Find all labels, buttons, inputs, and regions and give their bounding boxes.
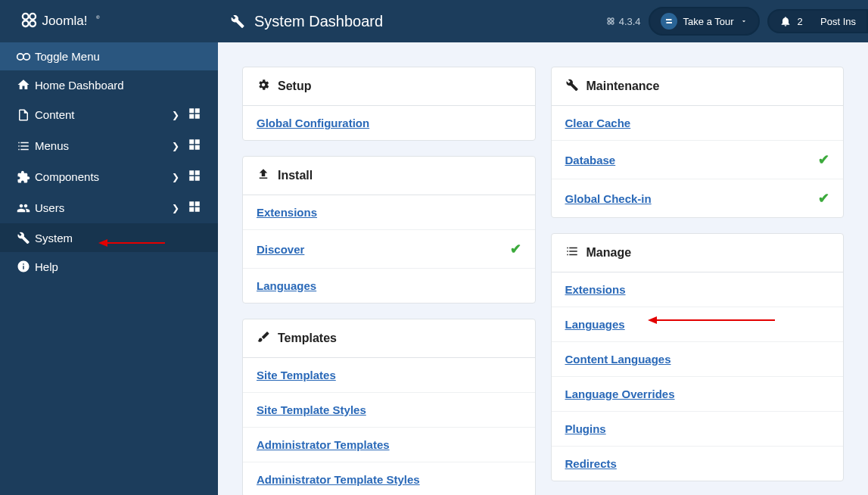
svg-point-9 [611,22,614,24]
topbar: Joomla! ® System Dashboard 4.3.4 Take a … [0,0,868,42]
notif-count: 2 [798,16,803,27]
take-tour-label: Take a Tour [683,16,734,27]
svg-point-7 [611,18,614,21]
svg-point-0 [23,14,29,20]
map-signs-icon [661,13,677,30]
brand-logo[interactable]: Joomla! ® [0,11,218,32]
take-tour-button[interactable]: Take a Tour [649,7,760,36]
svg-point-8 [608,22,611,24]
svg-text:®: ® [96,14,100,20]
svg-point-6 [608,18,611,21]
joomla-logo-icon: Joomla! ® [12,11,133,32]
svg-point-3 [30,20,36,26]
version-text: 4.3.4 [619,16,641,27]
notifications-button[interactable]: 2 Post Ins [767,9,868,33]
joomla-small-icon [605,16,616,26]
svg-point-2 [23,20,29,26]
top-actions: 4.3.4 Take a Tour 2 Post Ins [605,7,868,36]
bell-icon [779,15,792,27]
svg-point-1 [30,14,36,20]
post-install-label: Post Ins [820,16,856,27]
wrench-icon [230,14,245,29]
chevron-down-icon [740,17,748,25]
svg-text:Joomla!: Joomla! [42,14,88,28]
version-badge[interactable]: 4.3.4 [605,16,641,27]
page-title-area: System Dashboard [218,13,605,30]
page-title: System Dashboard [254,13,383,30]
